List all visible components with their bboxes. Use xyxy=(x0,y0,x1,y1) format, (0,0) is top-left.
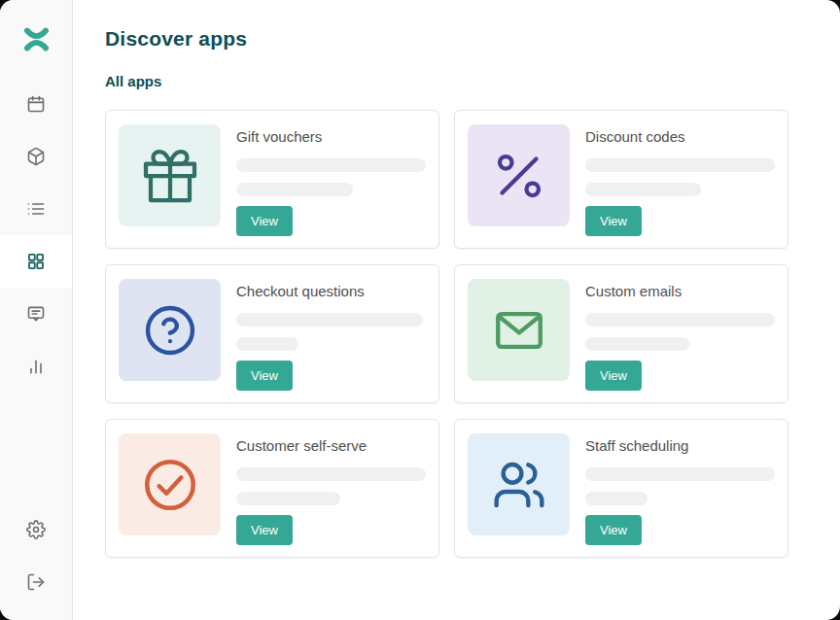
app-card-title: Custom emails xyxy=(585,282,774,301)
list-icon xyxy=(26,199,46,219)
view-button-gift-vouchers[interactable]: View xyxy=(236,206,293,236)
skeleton-line xyxy=(585,467,775,481)
skeleton-line xyxy=(236,467,426,481)
app-tile xyxy=(119,433,221,535)
grid-icon xyxy=(26,252,46,271)
view-button-customer-self-serve[interactable]: View xyxy=(236,515,293,545)
app-card-title: Checkout questions xyxy=(236,282,423,301)
app-card-title: Gift vouchers xyxy=(236,127,425,147)
sidebar-item-reports[interactable] xyxy=(0,340,72,393)
skeleton-line xyxy=(236,313,423,327)
sidebar-item-package[interactable] xyxy=(0,130,72,183)
app-card-discount-codes: Discount codes View xyxy=(454,110,788,249)
sidebar xyxy=(0,0,73,620)
skeleton-line xyxy=(236,492,340,505)
view-button-staff-scheduling[interactable]: View xyxy=(585,515,642,545)
card-body: Gift vouchers View xyxy=(236,124,425,234)
app-card-title: Staff scheduling xyxy=(585,436,774,456)
skeleton-line xyxy=(236,337,298,351)
skeleton-line xyxy=(236,183,353,196)
app-tile xyxy=(468,124,570,226)
app-tile xyxy=(119,124,221,226)
app-card-gift-vouchers: Gift vouchers View xyxy=(105,110,439,249)
page-title: Discover apps xyxy=(105,27,788,51)
gear-icon xyxy=(26,520,46,539)
view-button-discount-codes[interactable]: View xyxy=(585,206,642,236)
section-label-all-apps: All apps xyxy=(105,74,788,89)
view-button-custom-emails[interactable]: View xyxy=(585,361,642,391)
app-tile xyxy=(468,279,570,381)
bar-chart-icon xyxy=(26,357,46,376)
skeleton-line xyxy=(585,158,775,172)
app-card-title: Customer self-serve xyxy=(236,436,425,456)
app-card-staff-scheduling: Staff scheduling View xyxy=(454,419,788,558)
sidebar-spacer xyxy=(0,393,72,503)
app-card-checkout-questions: Checkout questions View xyxy=(105,264,439,403)
check-circle-icon xyxy=(141,456,199,514)
sidebar-item-apps[interactable] xyxy=(0,235,72,288)
view-button-checkout-questions[interactable]: View xyxy=(236,361,293,391)
skeleton-line xyxy=(585,313,775,327)
skeleton-line xyxy=(236,158,426,172)
card-body: Customer self-serve View xyxy=(236,433,425,543)
app-card-customer-self-serve: Customer self-serve View xyxy=(105,419,439,558)
skeleton-line xyxy=(585,337,689,351)
card-body: Checkout questions View xyxy=(236,279,423,389)
users-icon xyxy=(492,458,546,512)
calendar-icon xyxy=(26,94,46,114)
main-content: Discover apps All apps Gift vouchers xyxy=(73,0,840,620)
card-body: Custom emails View xyxy=(585,279,774,389)
app-window: Discover apps All apps Gift vouchers xyxy=(0,0,840,620)
card-body: Discount codes View xyxy=(585,124,774,234)
help-circle-icon xyxy=(142,302,198,359)
skeleton-line xyxy=(585,492,648,505)
app-tile xyxy=(119,279,221,381)
sidebar-item-messages[interactable] xyxy=(0,288,72,340)
app-tile xyxy=(468,433,570,535)
app-card-custom-emails: Custom emails View xyxy=(454,264,788,403)
sidebar-item-logout[interactable] xyxy=(0,556,72,608)
brand-logo[interactable] xyxy=(0,0,72,78)
app-card-title: Discount codes xyxy=(585,127,774,147)
sidebar-bottom xyxy=(0,503,72,620)
message-icon xyxy=(26,304,46,324)
logout-icon xyxy=(26,572,46,592)
gift-icon xyxy=(141,147,199,205)
mail-icon xyxy=(491,302,547,359)
sidebar-item-calendar[interactable] xyxy=(0,78,72,130)
package-icon xyxy=(26,147,46,166)
apps-grid: Gift vouchers View Discount codes xyxy=(105,110,788,558)
percent-icon xyxy=(490,147,548,205)
skeleton-line xyxy=(585,183,701,196)
sidebar-item-settings[interactable] xyxy=(0,503,72,556)
sidebar-item-list[interactable] xyxy=(0,183,72,235)
card-body: Staff scheduling View xyxy=(585,433,774,543)
brand-logo-icon xyxy=(23,27,50,52)
